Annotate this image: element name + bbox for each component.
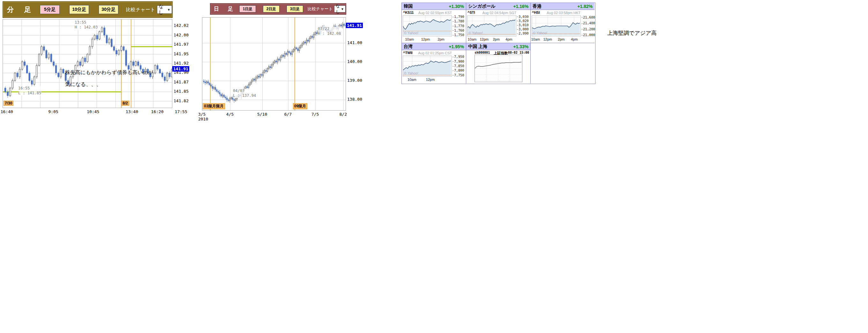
x-tick-label: 4pm: [505, 37, 512, 41]
date-badge: 03限月限月: [203, 103, 225, 109]
minute-chart-time-axis: 16:409:0510:4513:4016:2017:55: [3, 109, 187, 114]
y-tick-label: 2,990: [517, 31, 529, 35]
timeframe-button[interactable]: 30分足: [99, 5, 118, 14]
index-cell-header: シンガポール+1.16%: [466, 3, 530, 10]
y-tick-label: 1,760: [453, 28, 464, 32]
sina-code: sh000001: [474, 51, 490, 54]
asian-markets-panel: 韓国+1.30%^KS11Aug 02 02:55pm KST© Yahoo!1…: [401, 3, 595, 84]
timeframe-button[interactable]: 10分足: [69, 5, 89, 14]
y-tick-label: 3,000: [517, 27, 529, 31]
chart-canvas: [475, 55, 521, 81]
index-cell-body: ^KS11Aug 02 02:55pm KST© Yahoo!1,7901,78…: [402, 10, 466, 43]
daily-chart-time-axis: 3/520104/55/106/77/58/2: [202, 111, 374, 122]
index-cell-body: ^HSIAug 02 03:58pm HKT© Yahoo!21,60021,4…: [531, 10, 594, 43]
x-tick-label: 10am: [467, 37, 476, 41]
y-tick-label: 1,750: [453, 33, 464, 37]
minute-chart-plot[interactable]: 7/308/213:55H : 142.0316:55L : 141.85株先高…: [3, 19, 172, 108]
index-cell-シンガポール[interactable]: シンガポール+1.16%^STIAug 02 04:54pm SGT© Yaho…: [466, 3, 531, 43]
ticker-symbol: ^KS11: [403, 10, 413, 15]
index-cell-body: ^TWIIAug 02 01:25pm CST© Yahoo!7,9507,90…: [402, 50, 466, 83]
index-cell-韓国[interactable]: 韓国+1.30%^KS11Aug 02 02:55pm KST© Yahoo!1…: [402, 3, 466, 43]
y-tick-label: 3,030: [517, 15, 529, 19]
y-tick-label: 21,000: [582, 33, 595, 37]
y-tick-label: 142.02: [174, 23, 189, 28]
x-tick-label: 4pm: [571, 37, 578, 41]
index-change-pct: +1.82%: [577, 4, 593, 9]
index-cell-中国 上海[interactable]: 中国 上海+1.33%sh000001上証指数08-02 15:00: [466, 43, 531, 83]
compare-chart-select[interactable]: なし ▼: [157, 5, 172, 14]
x-tick-label: 10am: [531, 37, 540, 41]
mini-chart-plot: [474, 55, 522, 82]
timeframe-button[interactable]: 3日足: [286, 5, 303, 12]
y-tick-label: 141.97: [174, 42, 189, 47]
x-tick-label: 17:55: [175, 109, 187, 114]
high-annotation: 07/22H : 142.08: [318, 27, 341, 36]
x-tick-label: 13:40: [126, 109, 138, 114]
index-cell-header: 中国 上海+1.33%: [466, 43, 530, 50]
index-cell-header: 韓国+1.30%: [402, 3, 466, 10]
sina-datetime: 08-02 15:00: [508, 51, 529, 54]
y-tick-label: 140.00: [347, 59, 362, 64]
compare-chart-value: なし: [336, 3, 341, 15]
x-tick-label: 12pm: [421, 37, 430, 41]
ticker-symbol: ^TWII: [403, 51, 413, 55]
y-tick-label: 7,750: [453, 73, 464, 77]
x-tick-label: 10am: [405, 37, 414, 41]
y-tick-label: 21,400: [582, 21, 595, 25]
yahoo-credit: © Yahoo!: [404, 31, 418, 35]
timeframe-button[interactable]: 2日足: [263, 5, 280, 12]
x-tick-year: 2010: [198, 117, 208, 121]
y-tick-label: 21,200: [582, 27, 595, 31]
x-tick-label: 10am: [407, 78, 416, 82]
timeframe-button[interactable]: 1日足: [239, 5, 256, 12]
ticker-symbol: ^HSI: [532, 10, 540, 15]
current-price-tag: 141.91: [346, 23, 363, 28]
daily-chart-price-axis: 141.00140.00139.00138.00141.91: [346, 17, 364, 110]
minute-chart-window: 分 足 5分足10分足30分足 比較チャート なし ▼ 7/308/213:55…: [3, 1, 187, 120]
asia-market-note: 上海堅調でアジア高: [607, 29, 657, 37]
panel-title: 分 足: [7, 5, 33, 14]
current-price-tag: 141.91: [172, 66, 189, 72]
timeframe-button[interactable]: 5分足: [40, 5, 60, 14]
panel-title: 日 足: [214, 6, 235, 12]
x-tick-label: 8/2: [340, 112, 347, 117]
y-tick-label: 141.92: [174, 61, 189, 65]
y-tick-label: 141.87: [174, 80, 189, 84]
index-name: 台湾: [404, 44, 413, 50]
ticker-symbol: ^STI: [467, 10, 475, 15]
x-tick-label: 2pm: [437, 37, 444, 41]
y-tick-label: 7,800: [453, 68, 464, 72]
date-badge: 8/2: [121, 101, 129, 106]
compare-chart-select[interactable]: なし ▼: [334, 5, 346, 12]
quote-datetime: Aug 02 04:54pm SGT: [483, 11, 516, 15]
index-change-pct: +1.33%: [513, 44, 528, 49]
index-name: シンガポール: [468, 3, 496, 9]
date-badge: 09限月: [293, 103, 307, 109]
index-cell-香港[interactable]: 香港+1.82%^HSIAug 02 03:58pm HKT© Yahoo!21…: [531, 3, 594, 43]
chevron-down-icon: ▼: [167, 8, 170, 11]
x-tick-label: 12pm: [426, 78, 435, 82]
quote-datetime: Aug 02 03:58pm HKT: [547, 11, 581, 15]
index-cell-body: sh000001上証指数08-02 15:00: [466, 50, 530, 83]
y-tick-label: 1,780: [453, 19, 464, 23]
index-name: 中国 上海: [468, 44, 487, 50]
y-tick-label: 1,790: [453, 15, 464, 19]
index-cell-台湾[interactable]: 台湾+1.95%^TWIIAug 02 01:25pm CST© Yahoo!7…: [402, 43, 466, 83]
daily-chart-plot[interactable]: 03限月限月09限月07/22H : 142.0804/07L : 137.94: [202, 17, 346, 111]
quote-datetime: Aug 02 02:55pm KST: [418, 11, 452, 15]
x-tick-label: 12pm: [479, 37, 489, 41]
index-cell-header: 香港+1.82%: [531, 3, 594, 10]
compare-chart-label: 比較チャート: [308, 6, 333, 12]
x-tick-label: 10:45: [87, 109, 99, 114]
yahoo-credit: © Yahoo!: [404, 71, 418, 75]
index-name: 香港: [533, 3, 541, 9]
index-cell-body: ^STIAug 02 04:54pm SGT© Yahoo!3,0303,020…: [466, 10, 530, 43]
x-tick-label: 16:20: [151, 109, 163, 114]
trading-desktop: { "minute": { "header": { "title": "分 足"…: [0, 0, 868, 333]
y-tick-label: 141.82: [174, 99, 189, 103]
y-tick-label: 1,770: [453, 24, 464, 28]
low-annotation: 16:55L : 141.85: [18, 86, 41, 95]
x-tick-label: 5/10: [257, 112, 267, 117]
compare-chart-label: 比較チャート: [126, 7, 155, 13]
minute-chart-toolbar: 分 足 5分足10分足30分足 比較チャート なし ▼: [3, 1, 173, 18]
